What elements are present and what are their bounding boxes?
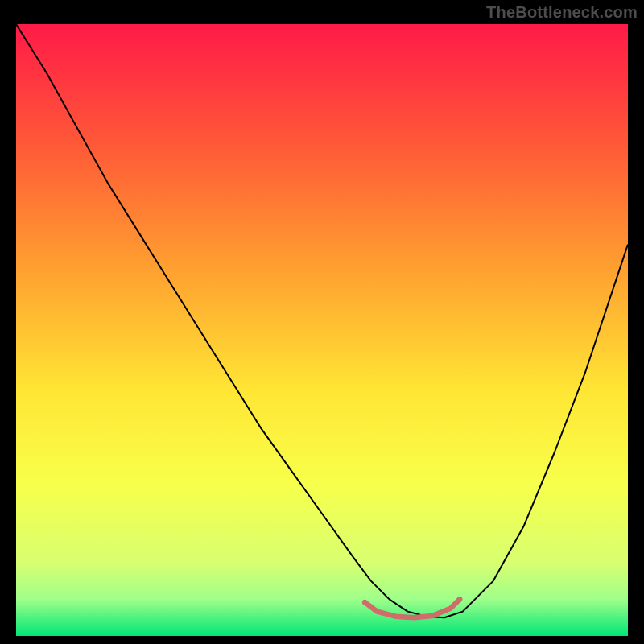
series-optimal-range-marker-cap <box>457 597 463 602</box>
series-optimal-range-marker-cap <box>362 600 368 605</box>
watermark-text: TheBottleneck.com <box>486 3 638 22</box>
gradient-background <box>16 24 628 636</box>
chart-frame: TheBottleneck.com <box>0 0 644 644</box>
chart-svg <box>16 24 628 636</box>
plot-area <box>16 24 628 636</box>
